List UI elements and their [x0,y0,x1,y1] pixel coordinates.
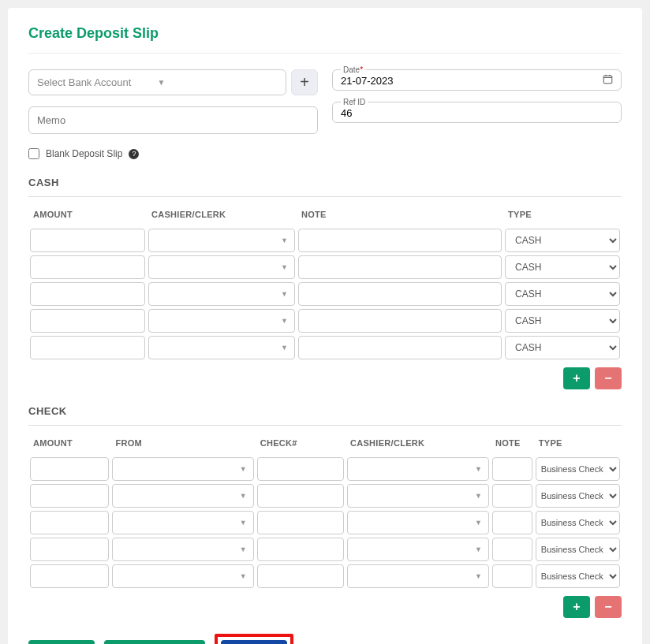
note-input[interactable] [492,511,532,534]
chevron-down-icon: ▼ [475,519,482,527]
chevron-down-icon: ▼ [475,545,482,553]
cash-title: CASH [28,177,622,188]
amount-input[interactable] [30,511,109,534]
deposit-slip-form: Create Deposit Slip Select Bank Account … [8,8,642,644]
calendar-icon[interactable] [603,74,613,87]
note-input[interactable] [298,282,502,306]
add-row-button[interactable]: + [563,367,590,389]
from-select[interactable]: ▼ [112,538,253,561]
remove-row-button[interactable]: − [595,367,622,389]
refid-label: Ref ID [341,98,368,106]
cashier-select[interactable]: ▼ [347,538,489,561]
note-input[interactable] [492,538,532,561]
save-new-button[interactable]: Save & New [104,640,205,644]
col-note: NOTE [491,438,534,456]
note-input[interactable] [298,229,502,252]
table-row: ▼CASH [28,334,622,361]
cash-row-controls: + − [28,367,622,389]
blank-slip-checkbox[interactable] [28,148,39,159]
help-icon[interactable]: ? [129,149,139,159]
type-select[interactable]: CASH [505,309,620,333]
bank-account-select[interactable]: Select Bank Account ▼ [28,69,286,95]
refid-input[interactable] [341,107,613,119]
memo-input[interactable] [37,114,309,126]
blank-slip-row: Blank Deposit Slip ? [28,148,622,159]
col-checknum: CHECK# [256,438,346,456]
cashier-select[interactable]: ▼ [148,336,295,359]
add-bank-button[interactable]: + [291,69,318,95]
type-select[interactable]: CASH [505,282,620,306]
from-select[interactable]: ▼ [112,457,253,481]
cashier-select[interactable]: ▼ [347,564,489,588]
table-row: ▼CASH [28,281,622,307]
amount-input[interactable] [30,309,145,333]
note-input[interactable] [492,564,532,588]
memo-field-wrap [28,106,318,134]
type-select[interactable]: Business Check [536,564,620,588]
table-row: ▼▼Business Check [28,563,622,590]
amount-input[interactable] [30,538,109,561]
type-select[interactable]: Business Check [536,457,620,481]
type-select[interactable]: CASH [505,229,620,252]
amount-input[interactable] [30,336,145,359]
chevron-down-icon: ▼ [158,78,278,87]
checknum-input[interactable] [257,484,344,508]
col-amount: AMOUNT [28,438,110,456]
note-input[interactable] [298,255,502,279]
cashier-select[interactable]: ▼ [347,511,489,534]
add-row-button[interactable]: + [563,596,590,618]
cash-table: AMOUNT CASHIER/CLERK NOTE TYPE ▼CASH▼CAS… [28,210,622,361]
checknum-input[interactable] [257,511,344,534]
type-select[interactable]: CASH [505,336,620,359]
col-amount: AMOUNT [28,210,147,227]
table-row: ▼CASH [28,254,622,281]
amount-input[interactable] [30,564,109,588]
checknum-input[interactable] [257,457,344,481]
table-row: ▼CASH [28,307,622,334]
col-type: TYPE [503,210,622,227]
cashier-select[interactable]: ▼ [148,229,295,252]
cashier-select[interactable]: ▼ [148,309,295,333]
type-select[interactable]: Business Check [536,511,620,534]
print-highlight: Print [215,634,293,644]
checknum-input[interactable] [257,564,344,588]
svg-rect-0 [603,76,612,84]
checknum-input[interactable] [257,538,344,561]
divider [28,53,622,54]
cashier-select[interactable]: ▼ [148,255,295,279]
col-cashier: CASHIER/CLERK [147,210,297,227]
type-select[interactable]: Business Check [536,484,620,508]
cashier-select[interactable]: ▼ [347,457,489,481]
chevron-down-icon: ▼ [475,572,482,580]
amount-input[interactable] [30,229,145,252]
from-select[interactable]: ▼ [112,511,253,534]
chevron-down-icon: ▼ [281,263,288,271]
amount-input[interactable] [30,282,145,306]
col-type: TYPE [534,438,622,456]
cashier-select[interactable]: ▼ [347,484,489,508]
note-input[interactable] [492,484,532,508]
type-select[interactable]: CASH [505,255,620,279]
from-select[interactable]: ▼ [112,484,253,508]
from-select[interactable]: ▼ [112,564,253,588]
chevron-down-icon: ▼ [475,465,482,473]
chevron-down-icon: ▼ [281,317,288,325]
amount-input[interactable] [30,255,145,279]
remove-row-button[interactable]: − [595,596,622,618]
amount-input[interactable] [30,484,109,508]
note-input[interactable] [298,336,502,359]
save-button[interactable]: Save [28,640,95,644]
col-cashier: CASHIER/CLERK [346,438,491,456]
table-row: ▼▼Business Check [28,456,622,482]
bank-account-placeholder: Select Bank Account [37,76,158,88]
check-table: AMOUNT FROM CHECK# CASHIER/CLERK NOTE TY… [28,438,622,590]
amount-input[interactable] [30,457,109,481]
note-input[interactable] [298,309,502,333]
blank-slip-label[interactable]: Blank Deposit Slip [46,148,122,159]
print-button[interactable]: Print [221,640,287,644]
type-select[interactable]: Business Check [536,538,620,561]
note-input[interactable] [492,457,532,481]
date-input[interactable] [341,75,613,87]
cashier-select[interactable]: ▼ [148,282,295,306]
col-from: FROM [110,438,255,456]
